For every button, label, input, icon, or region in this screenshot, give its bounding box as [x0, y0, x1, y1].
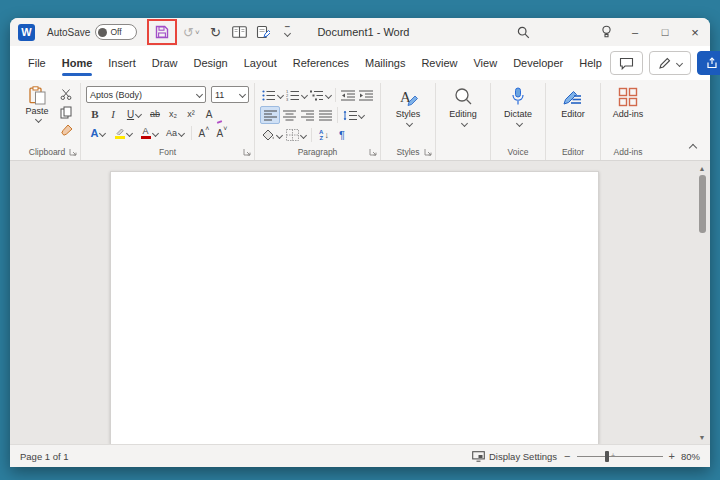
font-color-button[interactable]: A	[136, 125, 162, 141]
clear-formatting-button[interactable]: A	[200, 106, 218, 122]
styles-button[interactable]: A Styles	[386, 83, 430, 144]
align-right-button[interactable]	[298, 107, 316, 123]
multilevel-list-button[interactable]	[308, 87, 332, 103]
editing-group: Editing	[436, 83, 491, 160]
text-effects-button[interactable]: A	[86, 125, 110, 141]
minimize-button[interactable]: –	[620, 18, 650, 46]
bold-button[interactable]: B	[86, 106, 104, 122]
font-size-combobox[interactable]: 11	[211, 86, 249, 103]
search-button[interactable]	[509, 18, 537, 46]
page-indicator[interactable]: Page 1 of 1	[20, 451, 69, 462]
highlighter-icon	[114, 127, 125, 139]
bullets-button[interactable]	[260, 87, 284, 103]
clipboard-dialog-launcher[interactable]	[69, 148, 77, 156]
paste-button[interactable]: Paste	[19, 83, 55, 144]
editor-button[interactable]: Editor	[551, 83, 595, 144]
tab-insert[interactable]: Insert	[100, 46, 144, 80]
styles-dialog-launcher[interactable]	[424, 148, 432, 156]
zoom-out-button[interactable]: −	[564, 450, 570, 462]
grow-font-button[interactable]: A˄	[195, 125, 213, 141]
zoom-in-button[interactable]: +	[669, 450, 675, 462]
desktop-background: { "window": { "title": "Document1 - Word…	[0, 0, 720, 480]
customize-quick-access-toolbar-button[interactable]: ▔	[277, 22, 297, 42]
scrollbar-thumb[interactable]	[699, 175, 706, 233]
numbering-button[interactable]: 1 2 3	[284, 87, 308, 103]
justify-button[interactable]	[316, 107, 334, 123]
tab-view[interactable]: View	[465, 46, 505, 80]
add-ins-grid-icon	[618, 87, 638, 107]
scroll-up-arrow-icon[interactable]: ▲	[699, 163, 706, 173]
line-spacing-icon	[343, 110, 357, 121]
tab-references[interactable]: References	[285, 46, 357, 80]
font-dialog-launcher[interactable]	[243, 148, 251, 156]
show-hide-formatting-button[interactable]: ¶	[333, 127, 351, 143]
share-button[interactable]	[697, 51, 720, 75]
paragraph-dialog-launcher[interactable]	[369, 148, 377, 156]
tab-mailings[interactable]: Mailings	[357, 46, 413, 80]
scissors-icon	[60, 88, 72, 100]
autosave-toggle[interactable]: Off	[95, 24, 137, 40]
font-name-combobox[interactable]: Aptos (Body)	[86, 86, 206, 103]
redo-button[interactable]: ↻	[205, 22, 225, 42]
decrease-indent-button[interactable]	[339, 87, 357, 103]
editing-mode-button[interactable]	[649, 51, 691, 75]
tab-layout[interactable]: Layout	[236, 46, 285, 80]
shrink-font-button[interactable]: A˅	[213, 125, 231, 141]
strikethrough-button[interactable]: ab	[146, 106, 164, 122]
underline-button[interactable]: U	[122, 106, 146, 122]
zoom-slider[interactable]: +	[577, 456, 663, 457]
chevron-down-icon	[676, 59, 683, 66]
tab-help[interactable]: Help	[571, 46, 610, 80]
zoom-slider-handle[interactable]	[605, 451, 609, 462]
microphone-icon	[511, 87, 525, 107]
scroll-down-arrow-icon[interactable]: ▼	[699, 432, 706, 442]
save-button[interactable]	[152, 22, 172, 42]
pen-icon	[658, 57, 671, 70]
cut-button[interactable]	[57, 86, 75, 102]
display-settings-button[interactable]: Display Settings	[472, 451, 557, 462]
editing-button[interactable]: Editing	[441, 83, 485, 144]
chevron-down-icon	[276, 91, 283, 98]
align-center-button[interactable]	[280, 107, 298, 123]
subscript-button[interactable]: x₂	[164, 106, 182, 122]
sort-button[interactable]: A Z ↓	[315, 127, 333, 143]
tab-developer[interactable]: Developer	[505, 46, 571, 80]
zoom-level[interactable]: 80%	[681, 451, 700, 462]
shading-button[interactable]	[260, 127, 284, 143]
document-page[interactable]	[110, 171, 599, 444]
borders-button[interactable]	[284, 127, 308, 143]
text-highlight-color-button[interactable]	[110, 125, 136, 141]
align-left-button[interactable]	[260, 106, 280, 124]
ribbon: Paste	[10, 80, 710, 161]
font-color-swatch	[141, 136, 151, 139]
tab-file[interactable]: File	[20, 46, 54, 80]
word-app-icon[interactable]: W	[18, 24, 35, 41]
add-ins-button[interactable]: Add-ins	[606, 83, 650, 144]
superscript-button[interactable]: x²	[182, 106, 200, 122]
whats-new-button[interactable]	[592, 18, 620, 46]
tab-design[interactable]: Design	[185, 46, 235, 80]
style-inspector-button[interactable]	[253, 22, 273, 42]
paragraph-group-label: Paragraph	[298, 147, 338, 157]
clipboard-group-label: Clipboard	[29, 147, 65, 157]
maximize-button[interactable]: □	[650, 18, 680, 46]
reading-view-button[interactable]	[229, 22, 249, 42]
collapse-ribbon-button[interactable]	[689, 144, 697, 152]
tab-draw[interactable]: Draw	[144, 46, 186, 80]
copy-button[interactable]	[57, 104, 75, 120]
italic-button[interactable]: I	[104, 106, 122, 122]
comments-button[interactable]	[610, 51, 643, 75]
close-button[interactable]: ×	[680, 18, 710, 46]
line-spacing-button[interactable]	[341, 107, 365, 123]
tab-home[interactable]: Home	[54, 46, 101, 80]
dictate-button[interactable]: Dictate	[496, 83, 540, 144]
maximize-icon: □	[662, 26, 669, 38]
change-case-button[interactable]: Aa	[162, 125, 188, 141]
styles-group: A Styles Styles	[381, 83, 436, 160]
tab-review[interactable]: Review	[413, 46, 465, 80]
format-painter-button[interactable]	[57, 122, 75, 138]
vertical-scrollbar[interactable]: ▲ ▼	[696, 163, 708, 442]
undo-button[interactable]: ↺ ˅	[181, 22, 201, 42]
chevron-down-icon	[151, 129, 158, 136]
increase-indent-button[interactable]	[357, 87, 375, 103]
